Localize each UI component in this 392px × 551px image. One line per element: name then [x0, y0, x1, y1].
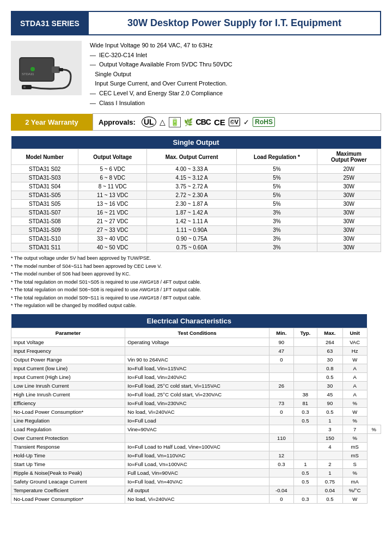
table-row: Over Current Protection110150%	[11, 433, 381, 442]
electrical-title-row: Electrical Characteristics	[11, 314, 381, 328]
col-min: Min.	[270, 328, 294, 338]
ce-icon: CE	[214, 118, 225, 127]
col-typ: Typ.	[293, 328, 317, 338]
table-row: Input Current (low Line)Io=Full load, Vi…	[11, 364, 381, 372]
single-output-col-headers: Model Number Output Voltage Max. Output …	[11, 149, 381, 165]
cv-icon: ©V	[229, 118, 240, 126]
col-parameter: Parameter	[11, 328, 125, 338]
table-row: Line RegulationIo=Full Load0.51%	[11, 416, 381, 425]
table-row: Hold-Up TimeIo=Full load, Vn=110VAC12mS	[11, 451, 381, 460]
note-item: * The regulation will be changed by modi…	[11, 302, 381, 310]
col-load-reg: Load Regulation *	[237, 149, 317, 165]
cbc-icon: CBC	[196, 118, 211, 126]
svg-point-6	[30, 67, 35, 71]
single-output-table: Single Output Model Number Output Voltag…	[11, 136, 381, 252]
svg-rect-4	[22, 85, 32, 89]
electrical-title: Electrical Characteristics	[11, 314, 367, 328]
table-row: STDA31 S1140 ~ 50 VDC0.75 ~ 0.60A3%30W	[11, 243, 381, 252]
table-row: Transient ResponseIo=Full Load to Half L…	[11, 442, 381, 451]
table-row: STDA31-S0821 ~ 27 VDC1.42 ~ 1.11 A3%30W	[11, 217, 381, 226]
col-voltage: Output Voltage	[78, 149, 147, 165]
single-output-body: STDA31 S025 ~ 6 VDC4.00 ~ 3.33 A5%20WSTD…	[11, 165, 381, 252]
table-row: Ripple & Noise(Peak to Peak)Full Load, V…	[11, 468, 381, 477]
product-title: 30W Desktop Power Supply for I.T. Equipm…	[88, 12, 380, 34]
plug-icon: 🌿	[184, 118, 193, 126]
table-row: STDA31-S1033 ~ 40 VDC0.90 ~ 0.75A3%30W	[11, 235, 381, 243]
col-max-power: MaximumOutput Power	[317, 149, 381, 165]
col-current: Max. Output Current	[147, 149, 237, 165]
approvals-box: Approvals: UL △ 🔋 🌿 CBC CE ©V ✓ RoHS	[93, 113, 381, 131]
rohs-icon: RoHS	[253, 117, 275, 127]
energy-icon: 🔋	[169, 117, 181, 127]
check-icon: ✓	[243, 118, 249, 126]
feature-5: Input Surge Current, and Over Current Pr…	[90, 79, 381, 89]
electrical-table: Electrical Characteristics Parameter Tes…	[11, 314, 381, 504]
table-row: Input Current (High Line)Io=Full load, V…	[11, 372, 381, 381]
triangle-icon: △	[160, 118, 166, 126]
col-unit: Unit	[342, 328, 367, 338]
approvals-label: Approvals:	[99, 118, 136, 126]
svg-text:STDA31: STDA31	[22, 72, 34, 76]
table-row: STDA31-S036 ~ 8 VDC4.15 ~ 3.12 A5%25W	[11, 174, 381, 182]
table-notes: * The output voltage under 5V had been a…	[11, 255, 381, 310]
features-list: Wide Input Voltage 90 to 264 VAC, 47 to …	[90, 41, 381, 108]
table-row: High Line Inrush CurrentIo=Full load, 25…	[11, 390, 381, 399]
table-row: STDA31 S025 ~ 6 VDC4.00 ~ 3.33 A5%20W	[11, 165, 381, 174]
table-row: Safety Ground Leacage CurrentIo=Full loa…	[11, 477, 381, 486]
product-image: STDA31	[11, 41, 82, 95]
table-row: STDA31-S0511 ~ 13 VDC2.72 ~ 2.30 A5%30W	[11, 191, 381, 200]
table-row: Start Up TimeIo=Full Load, Vn=100VAC0.31…	[11, 460, 381, 468]
table-row: No-Load Power Consumption*No load, Vi=24…	[11, 494, 381, 503]
single-output-title: Single Output	[11, 136, 381, 149]
feature-6: —CEC Level V, and Energy Star 2.0 Compli…	[90, 89, 381, 99]
col-model: Model Number	[11, 149, 78, 165]
note-item: * The total regulation on model S09~S11 …	[11, 295, 381, 302]
table-row: Temperature CoefficientAll output-0.040.…	[11, 486, 381, 494]
col-max: Max.	[317, 328, 343, 338]
svg-rect-3	[59, 68, 63, 71]
col-test-conditions: Test Conditions	[125, 328, 270, 338]
feature-2: —IEC-320-C14 Inlet	[90, 51, 381, 60]
table-row: No-Load Power Consumption*No load, Vi=24…	[11, 407, 381, 416]
svg-rect-5	[23, 86, 26, 88]
note-item: * The model number of S04~S11 had been a…	[11, 263, 381, 271]
note-item: * The output voltage under 5V had been a…	[11, 255, 381, 262]
table-row: Low Line Inrush CurrentIo=Full load, 25°…	[11, 381, 381, 390]
feature-1: Wide Input Voltage 90 to 264 VAC, 47 to …	[90, 41, 381, 51]
note-item: * The model number of S06 had been appro…	[11, 271, 381, 278]
table-row: STDA31 S0513 ~ 16 VDC2.30 ~ 1.87 A5%30W	[11, 200, 381, 209]
warranty-badge: 2 Year Warranty	[11, 114, 93, 131]
warranty-approvals: 2 Year Warranty Approvals: UL △ 🔋 🌿 CBC …	[11, 113, 381, 131]
note-item: * The total regulation on model S06~S08 …	[11, 286, 381, 294]
features-section: STDA31 Wide Input Voltage 90 to 264 VAC,…	[11, 41, 381, 108]
feature-7: —Class I Insulation	[90, 99, 381, 108]
table-row: STDA31-S0716 ~ 21 VDC1.87 ~ 1.42 A3%30W	[11, 209, 381, 217]
feature-3: —Output Voltage Available From 5VDC Thru…	[90, 60, 381, 70]
table-row: STDA31-S0927 ~ 33 VDC1.11 ~ 0.90A3%30W	[11, 226, 381, 235]
electrical-body: Input VoltageOperating Voltage90264VACIn…	[11, 338, 381, 503]
ul-icon: UL	[142, 117, 156, 127]
table-row: Load RegulationVine=90VAC37%	[11, 425, 381, 433]
svg-rect-1	[20, 58, 53, 81]
single-output-title-row: Single Output	[11, 136, 381, 149]
note-item: * The total regulation on model S01~S05 …	[11, 279, 381, 286]
header-section: STDA31 SERIES 30W Desktop Power Supply f…	[11, 11, 381, 35]
table-row: Input Frequency4763Hz	[11, 346, 381, 355]
feature-4: Single Output	[90, 70, 381, 79]
table-row: Input VoltageOperating Voltage90264VAC	[11, 338, 381, 346]
table-row: EfficiencyIo=Full load, Vin=230VAC738190…	[11, 399, 381, 407]
table-row: STDA31 S048 ~ 11 VDC3.75 ~ 2.72 A5%30W	[11, 182, 381, 191]
electrical-col-headers: Parameter Test Conditions Min. Typ. Max.…	[11, 328, 381, 338]
svg-rect-2	[52, 66, 60, 73]
series-label: STDA31 SERIES	[12, 12, 88, 34]
table-row: Output Power RangeVin 90 to 264VAC030W	[11, 355, 381, 364]
